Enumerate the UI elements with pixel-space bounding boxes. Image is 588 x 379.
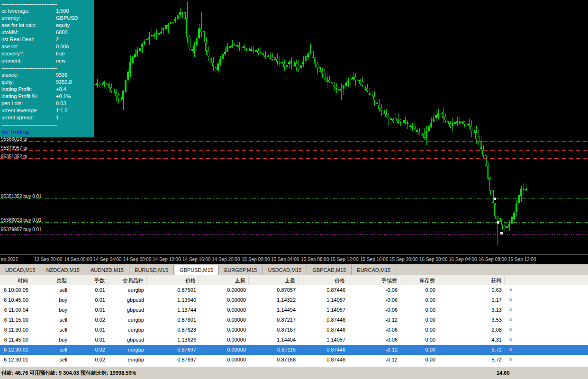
cell-profit: 4.31 — [438, 335, 505, 345]
panel-label: quity: — [1, 79, 56, 86]
time-axis-label: 15 Sep 00:00 — [242, 257, 270, 262]
row-filler — [517, 305, 588, 315]
cell-symbol: gbpusd — [108, 295, 147, 305]
column-header-stop-loss[interactable]: 止损 — [199, 275, 249, 285]
mt4-terminal-window: --------------------------------cc lever… — [0, 0, 588, 379]
close-order-icon[interactable]: × — [505, 355, 517, 365]
panel-value: 1:1.0 — [56, 107, 67, 114]
cell-lots: 0.01 — [70, 325, 108, 335]
table-header-row: 时间类型手数交易品种价格止损止盈价格手续费库存费获利 — [0, 275, 588, 285]
table-row[interactable]: 6 10:45:00buy0.01gbpusd1.139400.000001.1… — [0, 295, 588, 305]
close-order-icon[interactable]: × — [505, 315, 517, 325]
chart-tab-eurusd-m15[interactable]: EURUSD,M15 — [129, 265, 174, 275]
column-header-commission[interactable]: 手续费 — [348, 275, 400, 285]
cell-stop-loss: 0.00000 — [199, 285, 249, 295]
column-header-type[interactable]: 类型 — [31, 275, 70, 285]
cell-take-profit: 1.14404 — [249, 335, 299, 345]
panel-row: ase lot:0.006 — [1, 43, 94, 50]
table-body: 6 10:00:05sell0.01eurgbp0.875010.000000.… — [0, 285, 588, 365]
panel-value: +8.4 — [56, 86, 66, 93]
column-header-lots[interactable]: 手数 — [70, 275, 108, 285]
close-order-icon[interactable]: × — [505, 305, 517, 315]
cell-open-price: 1.13744 — [147, 305, 199, 315]
close-order-icon[interactable]: × — [505, 335, 517, 345]
price-line-label: 95379957 buy 0.01 — [1, 227, 42, 232]
chart-tab-usdcad-m15[interactable]: USDCAD,M15 — [263, 265, 308, 275]
panel-row: quity:9350.8 — [1, 79, 94, 86]
close-order-icon[interactable]: × — [505, 345, 517, 355]
table-row[interactable]: 6 11:30:00sell0.01eurgbp0.876280.000000.… — [0, 325, 588, 335]
column-header-swap[interactable]: 库存费 — [400, 275, 438, 285]
table-row[interactable]: 6 11:15:00sell0.02eurgbp0.876010.000000.… — [0, 315, 588, 325]
panel-value: new — [56, 57, 65, 64]
cell-commission: -0.06 — [348, 305, 400, 315]
status-segment: 46.76 — [15, 370, 28, 376]
chart-tab-gbpcad-m15[interactable]: GBPCAD,M15 — [307, 265, 352, 275]
cell-profit: 5.72 — [438, 355, 505, 365]
cell-commission: -0.06 — [348, 325, 400, 335]
chart-tab-udcad-m15[interactable]: UDCAD,M15 — [0, 265, 41, 275]
chart-tab-gbpusd-m15[interactable]: GBPUSD,M15 — [174, 265, 219, 275]
cell-commission: -0.06 — [348, 295, 400, 305]
status-segment: 付款: — [1, 370, 15, 376]
chart-tab-audnzd-m15[interactable]: AUDNZD,M15 — [85, 265, 129, 275]
column-header-current-price[interactable]: 价格 — [299, 275, 348, 285]
chart-tab-eurgbp-m15[interactable]: EURGBP,M15 — [219, 265, 263, 275]
time-axis-label: 15 Sep 08:00 — [301, 257, 329, 262]
time-axis-label: 15 Sep 20:00 — [389, 257, 418, 262]
panel-row: loating Profit %:+0.1% — [1, 93, 94, 100]
cell-stop-loss: 0.00000 — [199, 355, 249, 365]
cell-lots: 0.02 — [70, 355, 108, 365]
cell-take-profit: 1.14494 — [249, 305, 299, 315]
cell-type: sell — [31, 325, 70, 335]
price-line-label: 95351352 tp — [1, 154, 27, 159]
close-order-icon[interactable]: × — [505, 325, 517, 335]
cell-swap: 0.00 — [400, 335, 438, 345]
column-header-profit[interactable]: 获利 — [438, 275, 505, 285]
column-header-take-profit[interactable]: 止盈 — [249, 275, 299, 285]
price-line-label: 95351352 buy 0.01 — [1, 194, 42, 199]
table-row[interactable]: 6 12:30:01sell0.02eurgbp0.876970.000000.… — [0, 355, 588, 365]
account-margin-summary: 付款: 46.76 可用预付款: 9 304.03 预付款比例: 19998.5… — [1, 370, 136, 377]
table-row[interactable]: 6 11:45:00buy0.01gbpusd1.136260.000001.1… — [0, 335, 588, 345]
chart-area[interactable]: --------------------------------cc lever… — [0, 0, 588, 264]
cell-stop-loss: 0.00000 — [199, 315, 249, 325]
panel-label: loating Profit: — [1, 86, 56, 93]
column-header-symbol[interactable]: 交易品种 — [108, 275, 147, 285]
chart-tab-bar: UDCAD,M15NZDCAD,M15AUDNZD,M15EURUSD,M15G… — [0, 264, 588, 275]
cell-stop-loss: 0.00000 — [199, 295, 249, 305]
row-filler — [517, 325, 588, 335]
cell-time: 6 12:30:01 — [0, 345, 31, 355]
close-order-icon[interactable]: × — [505, 285, 517, 295]
cell-open-price: 0.87628 — [147, 325, 199, 335]
cell-commission: -0.12 — [348, 315, 400, 325]
status-segment: 19998.59% — [110, 370, 136, 376]
close-order-icon[interactable]: × — [505, 295, 517, 305]
time-axis[interactable]: ep 202213 Sep 20:0014 Sep 00:0014 Sep 04… — [0, 254, 588, 264]
panel-row: omment:new — [1, 57, 94, 64]
price-line-label: 95366013 buy 0.01 — [1, 217, 42, 223]
row-filler — [517, 315, 588, 325]
panel-row: ase for lot calc:equity — [1, 22, 94, 29]
table-row[interactable]: 6 10:00:05sell0.01eurgbp0.875010.000000.… — [0, 285, 588, 295]
column-header-open-price[interactable]: 价格 — [147, 275, 199, 285]
chart-tab-eurcad-m15[interactable]: EURCAD,M15 — [352, 265, 396, 275]
column-header-time[interactable]: 时间 — [0, 275, 31, 285]
table-row[interactable]: 6 11:00:04buy0.01gbpusd1.137440.000001.1… — [0, 305, 588, 315]
status-segment: 可用预付款: — [28, 370, 59, 376]
panel-row: urrent leverage:1:1.0 — [1, 107, 94, 114]
panel-value: +0.1% — [56, 93, 71, 100]
chart-tab-nzdcad-m15[interactable]: NZDCAD,M15 — [41, 265, 85, 275]
cell-profit: 0.63 — [438, 285, 505, 295]
cell-time: 6 11:45:00 — [0, 335, 31, 345]
time-axis-label: 14 Sep 04:00 — [93, 257, 122, 262]
table-row[interactable]: 6 12:30:01sell0.02eurgbp0.876970.000000.… — [0, 345, 588, 355]
cell-swap: 0.00 — [400, 295, 438, 305]
row-filler — [517, 285, 588, 295]
time-axis-label: 14 Sep 20:00 — [212, 257, 240, 262]
cell-lots: 0.01 — [70, 305, 108, 315]
cell-symbol: gbpusd — [108, 335, 147, 345]
row-filler — [517, 335, 588, 345]
ea-info-panel: --------------------------------cc lever… — [0, 0, 94, 137]
cell-commission: -0.12 — [348, 345, 400, 355]
